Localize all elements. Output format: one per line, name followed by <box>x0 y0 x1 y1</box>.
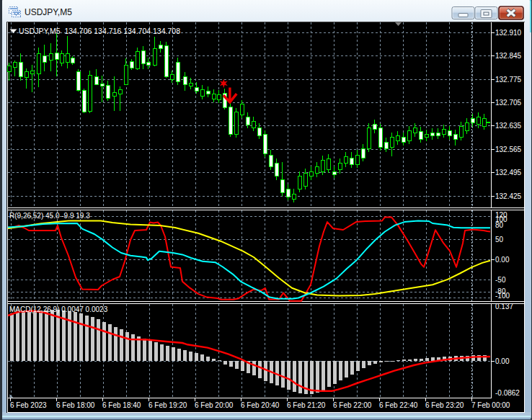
svg-text:-50: -50 <box>495 276 506 284</box>
svg-text:6 Feb 18:40: 6 Feb 18:40 <box>102 401 141 409</box>
svg-text:132.705: 132.705 <box>495 99 522 107</box>
svg-text:132.425: 132.425 <box>495 192 522 200</box>
svg-text:132.495: 132.495 <box>495 169 522 177</box>
svg-text:50: 50 <box>495 236 504 243</box>
svg-text:0.137: 0.137 <box>495 303 513 310</box>
svg-text:6 Feb 21:20: 6 Feb 21:20 <box>287 401 326 409</box>
svg-text:USDJPY,M5: USDJPY,M5 <box>25 7 72 17</box>
svg-text:132.635: 132.635 <box>495 122 522 130</box>
svg-text:80: 80 <box>495 221 504 229</box>
svg-text:6 Feb 18:00: 6 Feb 18:00 <box>56 401 95 409</box>
svg-text:132.910: 132.910 <box>495 29 522 37</box>
svg-text:MACD(12,26,9) 0.0047 0.0023: MACD(12,26,9) 0.0047 0.0023 <box>9 305 108 313</box>
svg-text:6 Feb 2023: 6 Feb 2023 <box>10 401 47 409</box>
svg-text:7 Feb 00:00: 7 Feb 00:00 <box>471 401 510 409</box>
svg-text:132.565: 132.565 <box>495 146 522 153</box>
svg-text:6 Feb 20:00: 6 Feb 20:00 <box>195 401 234 409</box>
svg-text:0.00: 0.00 <box>495 256 510 264</box>
svg-text:6 Feb 20:40: 6 Feb 20:40 <box>241 401 280 409</box>
svg-text:6 Feb 23:20: 6 Feb 23:20 <box>425 401 464 409</box>
svg-text:132.845: 132.845 <box>495 52 522 60</box>
svg-text:6 Feb 22:00: 6 Feb 22:00 <box>333 401 372 409</box>
svg-text:R(9,26,52) 45.0 -9.9 19.3: R(9,26,52) 45.0 -9.9 19.3 <box>9 212 90 220</box>
svg-text:132.775: 132.775 <box>495 76 522 84</box>
svg-text:USDJPY,M5 134.706 134.716 134: USDJPY,M5 134.706 134.716 134.704 134.70… <box>19 27 180 35</box>
svg-text:-0.0862: -0.0862 <box>495 389 520 397</box>
svg-text:0.00: 0.00 <box>495 357 510 365</box>
svg-text:6 Feb 19:20: 6 Feb 19:20 <box>148 401 187 409</box>
svg-text:-100: -100 <box>495 292 510 300</box>
svg-text:6 Feb 22:40: 6 Feb 22:40 <box>379 401 418 409</box>
